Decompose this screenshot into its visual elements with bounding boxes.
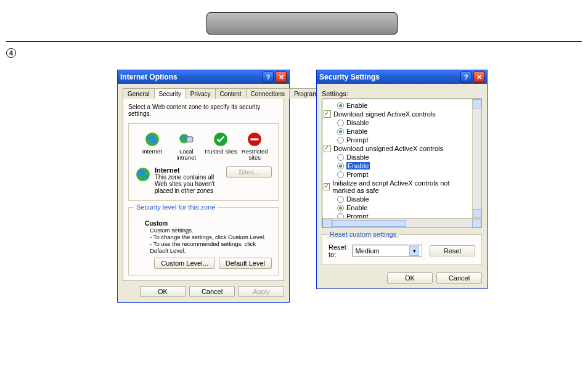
- tab-content[interactable]: Content: [215, 88, 247, 99]
- security-level-legend: Security level for this zone: [134, 203, 218, 211]
- radio-icon: [337, 154, 344, 161]
- settings-label: Settings:: [322, 90, 482, 97]
- checkbox-icon: [324, 110, 331, 118]
- tab-general[interactable]: General: [123, 88, 155, 99]
- tree-option[interactable]: Enable: [324, 161, 470, 170]
- zone-restricted-sites[interactable]: Restricted sites: [238, 131, 272, 161]
- tree-category[interactable]: Download unsigned ActiveX controls: [324, 144, 470, 153]
- tree-label: Download signed ActiveX controls: [333, 110, 436, 118]
- checkbox-icon: [324, 183, 330, 190]
- internet-options-dialog: Internet Options ? ✕ GeneralSecurityPriv…: [117, 70, 290, 303]
- radio-icon: [337, 128, 344, 135]
- scroll-up-button[interactable]: [473, 99, 481, 108]
- tree-category[interactable]: Initialize and script ActiveX controls n…: [324, 179, 470, 195]
- tree-option[interactable]: Enable: [324, 127, 470, 136]
- reset-to-value: Medium: [356, 247, 380, 255]
- tree-label: Enable: [346, 162, 370, 169]
- close-button[interactable]: ✕: [276, 71, 287, 83]
- svg-rect-5: [187, 137, 193, 142]
- reset-legend: Reset custom settings: [327, 231, 399, 238]
- tree-label: Enable: [346, 128, 367, 135]
- close-button[interactable]: ✕: [473, 71, 484, 83]
- svg-rect-8: [251, 138, 259, 140]
- default-level-button[interactable]: Default Level: [219, 258, 272, 269]
- svg-point-11: [142, 174, 148, 179]
- scroll-left-button[interactable]: [322, 219, 332, 227]
- radio-icon: [337, 102, 344, 109]
- tree-option[interactable]: Prompt: [324, 136, 470, 144]
- zone-heading: Internet: [155, 166, 223, 174]
- custom-level-button[interactable]: Custom Level...: [154, 258, 214, 269]
- tree-label: Enable: [346, 102, 367, 109]
- ok-button[interactable]: OK: [140, 286, 186, 297]
- settings-tree[interactable]: EnableDownload signed ActiveX controlsDi…: [322, 99, 482, 228]
- tree-option[interactable]: Disable: [324, 153, 470, 161]
- tab-strip: GeneralSecurityPrivacyContentConnections…: [123, 88, 284, 98]
- radio-icon: [337, 137, 344, 144]
- zone-local-intranet[interactable]: Local intranet: [169, 131, 204, 161]
- horizontal-scrollbar[interactable]: [322, 218, 481, 227]
- zone-description: This zone contains all Web sites you hav…: [155, 174, 223, 194]
- svg-point-2: [152, 139, 157, 144]
- radio-icon: [337, 163, 344, 169]
- reset-to-label: Reset to:: [329, 243, 349, 258]
- apply-button: Apply: [239, 286, 284, 297]
- tab-security[interactable]: Security: [154, 88, 186, 99]
- tree-option[interactable]: Enable: [324, 203, 470, 212]
- reset-to-select[interactable]: Medium ▾: [353, 245, 422, 257]
- tree-label: Disable: [346, 119, 369, 126]
- zone-label: Trusted sites: [203, 149, 238, 155]
- window-title: Security Settings: [319, 73, 459, 81]
- scroll-down-button[interactable]: [473, 209, 481, 218]
- tree-label: Disable: [346, 195, 369, 203]
- custom-heading: Custom: [145, 220, 268, 227]
- radio-icon: [337, 171, 344, 178]
- globe-icon: [135, 166, 151, 182]
- vertical-scrollbar[interactable]: [472, 99, 481, 218]
- cancel-button[interactable]: Cancel: [189, 286, 235, 297]
- tree-label: Initialize and script ActiveX controls n…: [332, 179, 470, 194]
- tree-option[interactable]: Enable: [324, 101, 470, 110]
- scroll-thumb[interactable]: [332, 220, 406, 227]
- tree-option[interactable]: Disable: [324, 195, 470, 203]
- tree-option[interactable]: Disable: [324, 118, 470, 127]
- zone-label: Internet: [135, 149, 169, 155]
- radio-icon: [337, 196, 344, 203]
- ok-button[interactable]: OK: [387, 272, 433, 284]
- svg-point-4: [181, 136, 187, 141]
- tree-label: Prompt: [346, 171, 368, 178]
- tree-label: Prompt: [346, 136, 368, 144]
- help-button[interactable]: ?: [460, 71, 472, 83]
- checkbox-icon: [324, 145, 331, 152]
- reset-button[interactable]: Reset: [430, 245, 475, 256]
- decorative-pill: [206, 12, 398, 35]
- tree-label: Enable: [346, 204, 367, 211]
- zone-internet[interactable]: Internet: [135, 131, 169, 161]
- chevron-down-icon: ▾: [409, 246, 419, 256]
- tree-label: Download unsigned ActiveX controls: [333, 145, 443, 152]
- tab-privacy[interactable]: Privacy: [186, 88, 216, 99]
- security-settings-dialog: Security Settings ? ✕ Settings: EnableDo…: [316, 70, 488, 289]
- step-number-circle: 4: [6, 48, 16, 58]
- sites-button: Sites...: [226, 166, 272, 178]
- zone-trusted-sites[interactable]: Trusted sites: [203, 131, 238, 161]
- help-button[interactable]: ?: [263, 71, 274, 83]
- cancel-button[interactable]: Cancel: [436, 272, 482, 284]
- scroll-right-button[interactable]: [472, 219, 481, 227]
- window-title: Internet Options: [120, 73, 261, 81]
- horizontal-rule: [6, 41, 582, 42]
- tree-option[interactable]: Prompt: [324, 170, 470, 179]
- zone-label: Local intranet: [169, 149, 204, 161]
- tree-category[interactable]: Download signed ActiveX controls: [324, 110, 470, 118]
- zone-instruction: Select a Web content zone to specify its…: [128, 104, 279, 117]
- tree-label: Disable: [346, 153, 369, 161]
- radio-icon: [337, 120, 344, 126]
- custom-text: Custom settings. - To change the setting…: [145, 227, 268, 254]
- tab-connections[interactable]: Connections: [246, 88, 290, 99]
- titlebar[interactable]: Security Settings ? ✕: [317, 70, 487, 84]
- zone-label: Restricted sites: [238, 149, 272, 161]
- titlebar[interactable]: Internet Options ? ✕: [118, 70, 289, 84]
- radio-icon: [337, 205, 344, 211]
